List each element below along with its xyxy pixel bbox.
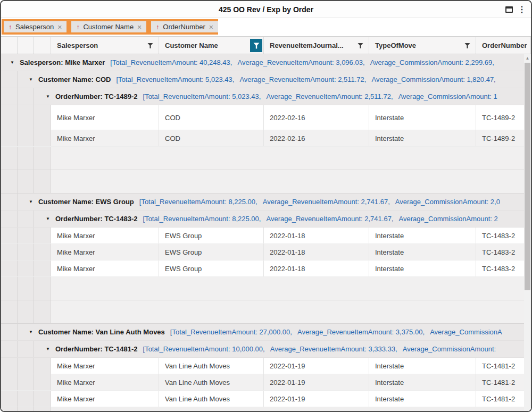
close-icon[interactable]: × [137,23,142,31]
column-header-ordernumber[interactable]: OrderNumber [476,37,531,54]
indent-cell [1,244,18,260]
group-by-panel[interactable]: ↑ Salesperson × ↑ Customer Name × ↑ Orde… [1,18,531,37]
indent-cell [18,211,34,227]
indent-cell [18,244,34,260]
grid-body: ▼ Salesperson: Mike Marxer [Total_Revenu… [1,54,531,411]
group-footer-row [1,407,524,411]
scrollbar-thumb[interactable] [525,63,530,290]
data-cell: Mike Marxer [51,260,159,276]
data-cell: TC-1483-2 [476,244,524,260]
indent-cell [1,374,18,390]
group-row-customer-cod[interactable]: ▼ Customer Name: COD [Total_RevenueItemA… [1,71,524,88]
sort-asc-icon: ↑ [9,23,12,31]
indent-cell [1,211,18,227]
filter-funnel-icon[interactable] [464,43,470,48]
indent-cell [34,147,51,170]
table-row[interactable]: Mike Marxer EWS Group 2022-01-18 Interst… [1,228,524,244]
collapse-triangle-icon[interactable]: ▼ [10,60,14,65]
filter-funnel-active-icon[interactable] [250,39,262,52]
data-cell: TC-1489-2 [476,130,524,146]
sort-asc-icon: ↑ [76,23,79,31]
group-chip-salesperson[interactable]: ↑ Salesperson × [4,21,66,32]
indent-cell [34,244,51,260]
title-bar: 425 OO Rev / Exp by Order ⋮ [1,1,531,18]
data-cell: Interstate [369,130,476,146]
group-row-order-tc-1483-2[interactable]: ▼ OrderNumber: TC-1483-2 [Total_RevenueI… [1,211,524,228]
column-header-customer-name[interactable]: Customer Name [159,37,264,54]
column-header-label: Customer Name [165,41,218,49]
grid-rows: ▼ Salesperson: Mike Marxer [Total_Revenu… [1,54,524,411]
table-row[interactable]: Mike Marxer Van Line Auth Moves 2022-01-… [1,374,524,391]
table-row[interactable]: Mike Marxer EWS Group 2022-01-18 Interst… [1,244,524,260]
column-header-label: RevenueItemJournal... [270,41,344,49]
data-cell: TC-1483-2 [476,228,524,243]
indent-cell [18,391,34,407]
group-label: OrderNumber: TC-1483-2 [55,215,138,223]
group-summary: [Total_RevenueItemAmount: 5,023.43, Aver… [116,75,495,83]
indent-cell [18,277,34,300]
table-row[interactable]: Mike Marxer Van Line Auth Moves 2022-01-… [1,358,524,374]
group-footer-area [51,407,524,411]
collapse-triangle-icon[interactable]: ▼ [29,77,33,82]
group-chip-ordernumber[interactable]: ↑ OrderNumber × [151,21,218,32]
data-cell: Mike Marxer [51,358,159,374]
indent-cell [1,324,18,340]
group-footer-area [51,170,524,193]
data-cell: EWS Group [159,260,264,276]
table-row[interactable]: Mike Marxer Van Line Auth Moves 2022-01-… [1,391,524,407]
filter-funnel-icon[interactable] [147,43,153,48]
group-row-order-tc-1481-2[interactable]: ▼ OrderNumber: TC-1481-2 [Total_RevenueI… [1,341,524,358]
collapse-triangle-icon[interactable]: ▼ [46,216,50,221]
indent-cell [34,358,51,374]
data-cell: TC-1481-2 [476,391,524,407]
header-indent-cell [18,37,34,54]
data-cell: Interstate [369,374,476,390]
column-header-salesperson[interactable]: Salesperson [51,37,159,54]
indent-cell [18,228,34,243]
data-cell: 2022-01-19 [264,391,369,407]
group-chip-label: Customer Name [83,23,134,31]
group-row-customer-van-line-auth-moves[interactable]: ▼ Customer Name: Van Line Auth Moves [To… [1,324,524,341]
indent-cell [1,105,18,130]
group-chip-label: OrderNumber [163,23,205,31]
vertical-scrollbar[interactable]: ▲ [524,54,531,411]
indent-cell [18,260,34,276]
group-row-salesperson[interactable]: ▼ Salesperson: Mike Marxer [Total_Revenu… [1,54,524,71]
data-cell: Mike Marxer [51,105,159,130]
data-cell: Interstate [369,244,476,260]
data-cell: TC-1489-2 [476,105,524,130]
indent-cell [1,130,18,146]
close-icon[interactable]: × [209,23,213,31]
group-row-customer-ews-group[interactable]: ▼ Customer Name: EWS Group [Total_Revenu… [1,194,524,211]
collapse-triangle-icon[interactable]: ▼ [29,330,33,334]
header-indent-cell [34,37,51,54]
close-icon[interactable]: × [57,23,62,31]
table-row[interactable]: Mike Marxer COD 2022-02-16 Interstate TC… [1,130,524,147]
group-label: Customer Name: COD [38,75,111,83]
indent-cell [34,300,51,323]
collapse-triangle-icon[interactable]: ▼ [46,347,50,351]
table-row[interactable]: Mike Marxer EWS Group 2022-01-18 Interst… [1,260,524,277]
indent-cell [1,391,18,407]
column-header-label: OrderNumber [482,41,527,49]
indent-cell [34,407,51,411]
annotation-highlight-box: ↑ Salesperson × ↑ Customer Name × ↑ Orde… [2,19,218,35]
column-header-revenueitemjournal[interactable]: RevenueItemJournal... [264,37,369,54]
more-menu-icon[interactable]: ⋮ [518,5,526,14]
column-header-typeofmove[interactable]: TypeOfMove [369,37,476,54]
filter-funnel-icon[interactable] [358,43,363,48]
data-cell: Interstate [369,228,476,243]
scrollbar-up-arrow-icon[interactable]: ▲ [524,54,531,62]
group-footer-area [51,277,524,300]
table-row[interactable]: Mike Marxer COD 2022-02-16 Interstate TC… [1,105,524,130]
group-row-order-tc-1489-2[interactable]: ▼ OrderNumber: TC-1489-2 [Total_RevenueI… [1,88,524,105]
indent-cell [34,277,51,300]
indent-cell [18,147,34,170]
collapse-triangle-icon[interactable]: ▼ [29,199,33,204]
sort-asc-icon: ↑ [156,23,159,31]
group-chip-customer-name[interactable]: ↑ Customer Name × [71,21,146,32]
data-cell: 2022-01-18 [264,260,369,276]
window-icon[interactable] [505,6,513,13]
data-cell: 2022-01-19 [264,374,369,390]
collapse-triangle-icon[interactable]: ▼ [46,94,50,99]
